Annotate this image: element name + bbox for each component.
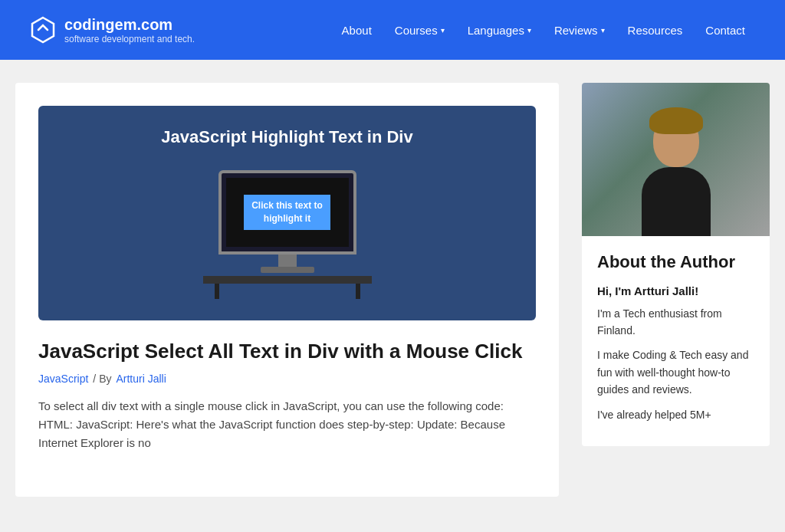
author-bio-2: I make Coding & Tech easy and fun with w… — [597, 346, 754, 398]
nav-courses[interactable]: Courses ▾ — [386, 18, 454, 43]
logo-text: codingem.com software development and te… — [64, 15, 195, 44]
page-wrapper: JavaScript Highlight Text in Div Click t… — [0, 60, 785, 520]
author-heading: About the Author — [597, 251, 754, 274]
nav-about[interactable]: About — [333, 18, 381, 43]
meta-separator: / By — [93, 373, 111, 385]
site-tagline: software development and tech. — [64, 34, 195, 44]
nav-resources[interactable]: Resources — [619, 18, 692, 43]
nav-contact[interactable]: Contact — [696, 18, 754, 43]
sidebar: About the Author Hi, I'm Artturi Jalli! … — [582, 83, 770, 446]
person-head — [653, 113, 699, 167]
article-hero-image: JavaScript Highlight Text in Div Click t… — [38, 106, 536, 320]
person-body — [642, 167, 711, 236]
main-content: JavaScript Highlight Text in Div Click t… — [15, 83, 559, 497]
author-card: About the Author Hi, I'm Artturi Jalli! … — [582, 83, 770, 446]
person-hair — [649, 107, 703, 134]
author-bio: I'm a Tech enthusiast from Finland. I ma… — [597, 305, 754, 423]
highlight-box: Click this text to highlight it — [244, 195, 330, 230]
monitor-illustration: Click this text to highlight it — [211, 170, 364, 299]
chevron-down-icon: ▾ — [601, 26, 605, 34]
chevron-down-icon: ▾ — [441, 26, 445, 34]
desk-leg-left — [215, 284, 219, 299]
article-meta: JavaScript / By Artturi Jalli — [38, 373, 536, 385]
site-logo[interactable]: codingem.com software development and te… — [31, 15, 195, 44]
nav-reviews[interactable]: Reviews ▾ — [545, 18, 614, 43]
desk-leg-right — [356, 284, 360, 299]
monitor-neck — [278, 255, 297, 267]
article-category[interactable]: JavaScript — [38, 373, 88, 385]
desk — [211, 276, 364, 284]
hero-title: JavaScript Highlight Text in Div — [161, 127, 412, 147]
article-author[interactable]: Artturi Jalli — [116, 373, 166, 385]
monitor: Click this text to highlight it — [218, 170, 356, 255]
author-bio-1: I'm a Tech enthusiast from Finland. — [597, 305, 754, 340]
monitor-base — [261, 267, 314, 273]
site-header: codingem.com software development and te… — [0, 0, 785, 60]
article-title: JavaScript Select All Text in Div with a… — [38, 339, 536, 365]
site-title: codingem.com — [64, 15, 195, 34]
monitor-screen: Click this text to highlight it — [226, 178, 349, 247]
main-nav: About Courses ▾ Languages ▾ Reviews ▾ Re… — [333, 18, 754, 43]
chevron-down-icon: ▾ — [527, 26, 531, 34]
author-name: Hi, I'm Artturi Jalli! — [597, 284, 754, 297]
author-info: About the Author Hi, I'm Artturi Jalli! … — [582, 236, 770, 446]
desk-legs — [215, 284, 360, 299]
author-photo — [582, 83, 770, 236]
article-excerpt: To select all div text with a single mou… — [38, 397, 536, 452]
logo-icon — [31, 16, 55, 44]
author-silhouette — [630, 90, 722, 236]
nav-languages[interactable]: Languages ▾ — [458, 18, 540, 43]
author-bio-3: I've already helped 5M+ — [597, 406, 754, 423]
